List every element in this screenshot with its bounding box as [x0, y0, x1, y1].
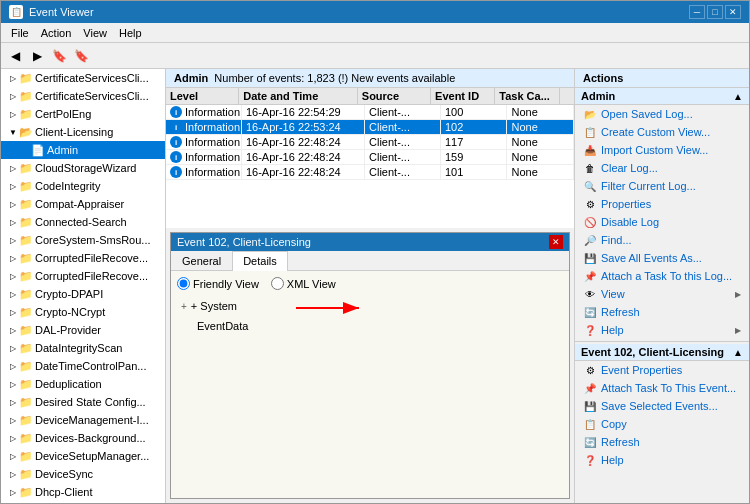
- collapse-icon[interactable]: ▲: [733, 91, 743, 102]
- action-label[interactable]: Import Custom View...: [601, 144, 708, 156]
- tab-general[interactable]: General: [171, 251, 232, 270]
- action-label[interactable]: Attach a Task To this Log...: [601, 270, 732, 282]
- expand-icon[interactable]: ▷: [7, 216, 19, 228]
- action-label[interactable]: Open Saved Log...: [601, 108, 693, 120]
- tree-item-devicesync[interactable]: ▷ 📁 DeviceSync: [1, 465, 165, 483]
- tree-item-dhcpv6[interactable]: ▷ 📁 DHCPv6-Client: [1, 501, 165, 503]
- tree-item-connected-search[interactable]: ▷ 📁 Connected-Search: [1, 213, 165, 231]
- tree-item-cloudstorage[interactable]: ▷ 📁 CloudStorageWizard: [1, 159, 165, 177]
- menu-view[interactable]: View: [77, 25, 113, 41]
- dialog-close-button[interactable]: ✕: [549, 235, 563, 249]
- action-label[interactable]: Save All Events As...: [601, 252, 702, 264]
- forward-button[interactable]: ▶: [27, 46, 47, 66]
- action-label[interactable]: Help: [601, 324, 624, 336]
- tree-item-dhcp-client[interactable]: ▷ 📁 Dhcp-Client: [1, 483, 165, 501]
- table-row[interactable]: iInformation 16-Apr-16 22:48:24 Client-.…: [166, 165, 574, 180]
- tree-item-datetimecontrol[interactable]: ▷ 📁 DateTimeControlPan...: [1, 357, 165, 375]
- action-label[interactable]: Refresh: [601, 306, 640, 318]
- action-label[interactable]: Event Properties: [601, 364, 682, 376]
- radio-xml-view[interactable]: XML View: [271, 277, 336, 290]
- action-copy[interactable]: 📋 Copy: [575, 415, 749, 433]
- action-label[interactable]: Create Custom View...: [601, 126, 710, 138]
- action-view[interactable]: 👁 View ▶: [575, 285, 749, 303]
- expand-icon[interactable]: ▷: [7, 90, 19, 102]
- action-clear-log[interactable]: 🗑 Clear Log...: [575, 159, 749, 177]
- action-label[interactable]: Properties: [601, 198, 651, 210]
- collapse-icon[interactable]: ▲: [733, 347, 743, 358]
- eventdata-section[interactable]: EventData: [177, 318, 563, 334]
- expand-icon[interactable]: ▷: [7, 108, 19, 120]
- maximize-button[interactable]: □: [707, 5, 723, 19]
- action-label[interactable]: Disable Log: [601, 216, 659, 228]
- actions-admin-header[interactable]: Admin ▲: [575, 88, 749, 105]
- action-disable-log[interactable]: 🚫 Disable Log: [575, 213, 749, 231]
- table-row[interactable]: iInformation 16-Apr-16 22:48:24 Client-.…: [166, 150, 574, 165]
- expand-icon[interactable]: ▷: [7, 432, 19, 444]
- bookmark2-button[interactable]: 🔖: [71, 46, 91, 66]
- menu-help[interactable]: Help: [113, 25, 148, 41]
- tree-item-corrupted1[interactable]: ▷ 📁 CorruptedFileRecove...: [1, 249, 165, 267]
- action-label[interactable]: View: [601, 288, 625, 300]
- action-attach-task[interactable]: 📌 Attach a Task To this Log...: [575, 267, 749, 285]
- radio-xml-input[interactable]: [271, 277, 284, 290]
- expand-icon[interactable]: ▷: [7, 252, 19, 264]
- table-row[interactable]: iInformation 16-Apr-16 22:53:24 Client-.…: [166, 120, 574, 135]
- radio-friendly-input[interactable]: [177, 277, 190, 290]
- expand-icon[interactable]: ▷: [7, 72, 19, 84]
- tree-item-desiredstate[interactable]: ▷ 📁 Desired State Config...: [1, 393, 165, 411]
- expand-icon[interactable]: ▷: [7, 378, 19, 390]
- bookmark1-button[interactable]: 🔖: [49, 46, 69, 66]
- tree-item-certservices1[interactable]: ▷ 📁 CertificateServicesCli...: [1, 69, 165, 87]
- expand-icon[interactable]: ▷: [7, 414, 19, 426]
- tree-item-coresystem[interactable]: ▷ 📁 CoreSystem-SmsRou...: [1, 231, 165, 249]
- tree-item-compat-appraiser[interactable]: ▷ 📁 Compat-Appraiser: [1, 195, 165, 213]
- action-label[interactable]: Copy: [601, 418, 627, 430]
- expand-icon[interactable]: ▷: [7, 162, 19, 174]
- action-label[interactable]: Refresh: [601, 436, 640, 448]
- close-button[interactable]: ✕: [725, 5, 741, 19]
- action-label[interactable]: Find...: [601, 234, 632, 246]
- expand-icon[interactable]: ▷: [7, 270, 19, 282]
- table-row[interactable]: iInformation 16-Apr-16 22:54:29 Client-.…: [166, 105, 574, 120]
- expand-icon[interactable]: ▷: [7, 468, 19, 480]
- tree-item-crypto-dpapi[interactable]: ▷ 📁 Crypto-DPAPI: [1, 285, 165, 303]
- expand-icon[interactable]: ▷: [7, 486, 19, 498]
- action-event-properties[interactable]: ⚙ Event Properties: [575, 361, 749, 379]
- expand-icon[interactable]: ▷: [7, 396, 19, 408]
- back-button[interactable]: ◀: [5, 46, 25, 66]
- action-help[interactable]: ❓ Help ▶: [575, 321, 749, 339]
- tree-item-devicemgmt[interactable]: ▷ 📁 DeviceManagement-I...: [1, 411, 165, 429]
- action-refresh2[interactable]: 🔄 Refresh: [575, 433, 749, 451]
- action-filter-log[interactable]: 🔍 Filter Current Log...: [575, 177, 749, 195]
- expand-icon[interactable]: ▷: [7, 324, 19, 336]
- minimize-button[interactable]: ─: [689, 5, 705, 19]
- menu-action[interactable]: Action: [35, 25, 78, 41]
- tree-item-codeintegrity[interactable]: ▷ 📁 CodeIntegrity: [1, 177, 165, 195]
- tree-item-crypto-ncrypt[interactable]: ▷ 📁 Crypto-NCrypt: [1, 303, 165, 321]
- action-create-custom-view[interactable]: 📋 Create Custom View...: [575, 123, 749, 141]
- action-import-custom-view[interactable]: 📥 Import Custom View...: [575, 141, 749, 159]
- tree-item-admin[interactable]: 📄 Admin: [1, 141, 165, 159]
- expand-icon[interactable]: ▷: [7, 288, 19, 300]
- expand-icon[interactable]: ▷: [7, 198, 19, 210]
- action-save-selected-events[interactable]: 💾 Save Selected Events...: [575, 397, 749, 415]
- tree-item-devices-bg[interactable]: ▷ 📁 Devices-Background...: [1, 429, 165, 447]
- action-label[interactable]: Clear Log...: [601, 162, 658, 174]
- expand-icon[interactable]: ▷: [7, 306, 19, 318]
- tree-item-certservices2[interactable]: ▷ 📁 CertificateServicesCli...: [1, 87, 165, 105]
- expand-icon[interactable]: ▷: [7, 360, 19, 372]
- action-refresh[interactable]: 🔄 Refresh: [575, 303, 749, 321]
- action-label[interactable]: Help: [601, 454, 624, 466]
- tree-item-devicesetup[interactable]: ▷ 📁 DeviceSetupManager...: [1, 447, 165, 465]
- tree-item-corrupted2[interactable]: ▷ 📁 CorruptedFileRecove...: [1, 267, 165, 285]
- tab-details[interactable]: Details: [232, 251, 288, 271]
- action-properties[interactable]: ⚙ Properties: [575, 195, 749, 213]
- action-label[interactable]: Filter Current Log...: [601, 180, 696, 192]
- table-row[interactable]: iInformation 16-Apr-16 22:48:24 Client-.…: [166, 135, 574, 150]
- tree-item-deduplication[interactable]: ▷ 📁 Deduplication: [1, 375, 165, 393]
- action-save-all-events[interactable]: 💾 Save All Events As...: [575, 249, 749, 267]
- action-help2[interactable]: ❓ Help: [575, 451, 749, 469]
- expand-icon[interactable]: ▷: [7, 342, 19, 354]
- tree-item-dal-provider[interactable]: ▷ 📁 DAL-Provider: [1, 321, 165, 339]
- action-label[interactable]: Attach Task To This Event...: [601, 382, 736, 394]
